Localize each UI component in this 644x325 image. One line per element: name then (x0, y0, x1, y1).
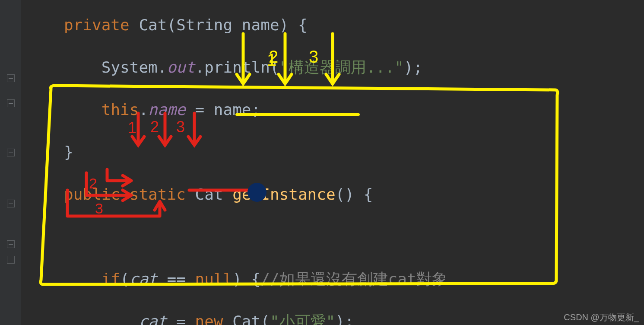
fold-marker[interactable] (7, 240, 15, 248)
code-line: if(cat == null) {//如果還沒有創建cat對象 (64, 266, 644, 292)
watermark: CSDN @万物更新_ (564, 312, 639, 323)
gutter (0, 0, 21, 325)
fold-marker[interactable] (7, 99, 15, 107)
code-line: public static Cat getInstance() { (64, 182, 644, 207)
code-line: System.out.println("構造器調用..."); (64, 54, 644, 80)
fold-marker[interactable] (7, 256, 15, 264)
code-area[interactable]: private Cat(String name) { System.out.pr… (21, 0, 644, 325)
fold-marker[interactable] (7, 149, 15, 156)
code-line (64, 224, 644, 250)
fold-marker[interactable] (7, 74, 15, 82)
code-line: cat = new Cat("小可愛"); (64, 309, 644, 325)
fold-marker[interactable] (7, 200, 15, 207)
code-line: this.name = name; (64, 97, 644, 123)
code-line: private Cat(String name) { (64, 12, 644, 38)
code-editor: private Cat(String name) { System.out.pr… (0, 0, 644, 325)
code-line: } (64, 139, 644, 165)
